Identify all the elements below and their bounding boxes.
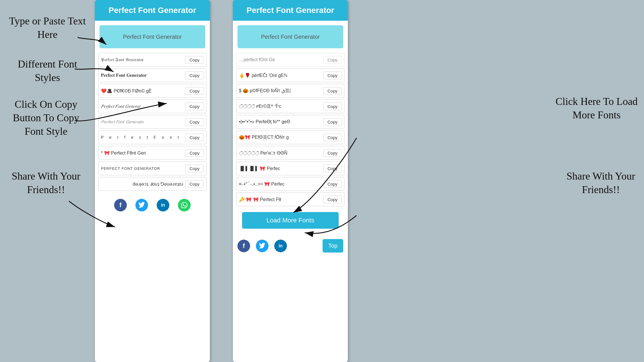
copy-button[interactable]: Copy	[185, 134, 204, 141]
copy-button[interactable]: Copy	[323, 87, 342, 95]
table-row: * 🎀 Perfect Fθnt Gen Copy	[98, 146, 206, 160]
left-panel-header: Perfect Font Generator	[95, 0, 210, 21]
table-row: 𝑃𝑒𝑟𝑓𝑒𝑐𝑡 𝐹𝑜𝑛𝑡 𝐺𝑒𝑛𝑒𝑟𝑎𝑡 Copy	[98, 99, 206, 113]
font-text: * 🎀 Perfect Fθnt Gen	[101, 150, 183, 156]
font-text: 𝐏𝐞𝐫𝐟𝐞𝐜𝐭 𝐅𝐨𝐧𝐭 𝐆𝐞𝐧𝐞𝐫𝐚𝐭𝐨𝐫	[101, 73, 183, 78]
annotation-type-paste: Type or Paste Text Here	[9, 14, 86, 41]
facebook-share-button[interactable]: f	[114, 199, 127, 211]
whatsapp-share-button[interactable]	[178, 199, 191, 211]
left-input-text: Perfect Font Generator	[123, 34, 182, 40]
table-row: ¤₋•°¯₋,•..>> 🎀 Perfec Copy	[236, 177, 344, 191]
left-panel-title: Perfect Font Generator	[99, 6, 205, 15]
left-share-bar: f in	[95, 193, 210, 214]
linkedin-share-button-right[interactable]: in	[274, 240, 287, 252]
copy-button[interactable]: Copy	[185, 72, 204, 79]
twitter-share-button[interactable]	[135, 199, 148, 211]
copy-button[interactable]: Copy	[323, 56, 342, 64]
facebook-share-button-right[interactable]: f	[237, 240, 250, 252]
linkedin-icon: in	[161, 203, 165, 208]
right-font-list: …pérfect fOnt Ge Copy 🖕🌹 pérfEČt 'Ont gE…	[233, 53, 348, 206]
left-phone-panel: Perfect Font Generator Perfect Font Gene…	[95, 0, 210, 362]
table-row: 🖕🌹 pérfEČt 'Ont gEℕ Copy	[236, 68, 344, 82]
font-text: 𝘗𝘦𝘳𝘧𝘦𝘤𝘵 𝘍𝘰𝘯𝘵 𝘎𝘦𝘯𝘦𝘳𝘢𝘵𝘰	[101, 119, 183, 124]
table-row: ❤️🎩 P€ff€©Ð FØn© gÈ Copy	[98, 84, 206, 98]
copy-button[interactable]: Copy	[185, 180, 204, 188]
font-text: P e r f e c t F o n t	[101, 135, 183, 140]
font-text: PERFECT FONT GENERATOR	[101, 166, 183, 171]
table-row: ◌̈◌̈◌̈◌̈ ᴘEr©亘ª 千c Copy	[236, 99, 344, 113]
copy-button[interactable]: Copy	[323, 149, 342, 157]
table-row: 🎃🎀 PEfΘ亘CT fÖNт g Copy	[236, 130, 344, 144]
font-text: $ 🎃 p©fFE©Ð foÑт ق亘|	[239, 88, 321, 94]
font-text: ◌̈◌̈◌̈◌̈ ᴘEr©亘ª 千c	[239, 103, 321, 109]
left-input-box[interactable]: Perfect Font Generator	[99, 25, 205, 48]
whatsapp-icon	[181, 202, 187, 208]
right-input-text: Perfect Font Generator	[261, 34, 320, 40]
table-row: 𝘗𝘦𝘳𝘧𝘦𝘤𝘵 𝘍𝘰𝘯𝘵 𝘎𝘦𝘯𝘦𝘳𝘢𝘵𝘰 Copy	[98, 115, 206, 129]
font-text: 🔑·🎀 🎀 Perfect Fθ	[239, 197, 321, 202]
annotation-share-right: Share With Your Friends!!	[561, 170, 641, 197]
font-text: ◌̈◌̈◌̈◌̈◌̈ Реr'е□т ΘΘÑ	[239, 150, 321, 156]
copy-button[interactable]: Copy	[323, 72, 342, 79]
table-row: P e r f e c t F o n t Copy	[98, 130, 206, 144]
copy-button[interactable]: Copy	[185, 56, 204, 64]
table-row: PERFECT FONT GENERATOR Copy	[98, 161, 206, 175]
copy-button[interactable]: Copy	[185, 149, 204, 157]
table-row: •|••°•°•» PerfеΘţ fo** geΘ Copy	[236, 115, 344, 129]
font-text: ¤₋•°¯₋,•..>> 🎀 Perfec	[239, 181, 321, 187]
font-text: ❤️🎩 P€ff€©Ð FØn© gÈ	[101, 88, 183, 94]
font-text: 🖕🌹 pérfEČt 'Ont gEℕ	[239, 73, 321, 78]
annotation-load-more: Click Here To Load More Fonts	[555, 95, 638, 122]
copy-button[interactable]: Copy	[185, 165, 204, 172]
copy-button[interactable]: Copy	[323, 180, 342, 188]
copy-button[interactable]: Copy	[185, 103, 204, 110]
copy-button[interactable]: Copy	[323, 165, 342, 172]
copy-button[interactable]: Copy	[323, 103, 342, 110]
table-row: ◌̈◌̈◌̈◌̈◌̈ Реr'е□т ΘΘÑ Copy	[236, 146, 344, 160]
font-text: 🎃🎀 PEfΘ亘CT fÖNт g	[239, 134, 321, 140]
table-row: $ 🎃 p©fFE©Ð foÑт ق亘| Copy	[236, 84, 344, 98]
facebook-icon: f	[119, 201, 121, 209]
copy-button[interactable]: Copy	[185, 118, 204, 126]
copy-button[interactable]: Copy	[323, 134, 342, 141]
twitter-share-button-right[interactable]	[256, 240, 269, 252]
font-text: 𝑃𝑒𝑟𝑓𝑒𝑐𝑡 𝐹𝑜𝑛𝑡 𝐺𝑒𝑛𝑒𝑟𝑎𝑡	[101, 104, 183, 109]
top-button[interactable]: Top	[323, 239, 343, 253]
annotation-click-copy: Click On Copy Button To Copy Font Style	[3, 98, 89, 138]
table-row: 𝐏𝐞𝐫𝐟𝐞𝐜𝐭 𝐅𝐨𝐧𝐭 𝐆𝐞𝐧𝐞𝐫𝐚𝐭𝐨𝐫 Copy	[98, 68, 206, 82]
table-row: …pérfect fOnt Ge Copy	[236, 53, 344, 67]
right-panel-header: Perfect Font Generator	[233, 0, 348, 21]
table-row: ɹoʇɐɹǝuǝ⅁ ʇuoℲ ʇɔǝɟɹǝd Copy	[98, 177, 206, 191]
right-input-box[interactable]: Perfect Font Generator	[237, 25, 343, 48]
copy-button[interactable]: Copy	[185, 87, 204, 95]
font-text: •|••°•°•» PerfеΘţ fo** geΘ	[239, 119, 321, 124]
table-row: ▐▌▌▐▌▌ 🎀 Perfec Copy	[236, 161, 344, 175]
linkedin-icon: in	[279, 243, 283, 249]
table-row: 🔑·🎀 🎀 Perfect Fθ Copy	[236, 192, 344, 206]
right-phone-panel: Perfect Font Generator Perfect Font Gene…	[233, 0, 348, 362]
twitter-icon	[259, 243, 265, 249]
facebook-icon: f	[243, 242, 245, 250]
font-text: ɹoʇɐɹǝuǝ⅁ ʇuoℲ ʇɔǝɟɹǝd	[101, 181, 183, 187]
annotation-share-left: Share With Your Friends!!	[9, 170, 83, 197]
right-share-bar: f in Top	[233, 234, 348, 255]
copy-button[interactable]: Copy	[323, 196, 342, 203]
copy-button[interactable]: Copy	[323, 118, 342, 126]
load-more-button[interactable]: Load More Fonts	[242, 212, 339, 229]
annotation-font-styles: Different Font Styles	[9, 57, 86, 84]
linkedin-share-button[interactable]: in	[157, 199, 169, 211]
table-row: 𝔓𝔢𝔯𝔣𝔢𝔠𝔱 𝔉𝔬𝔫𝔱 𝔊𝔢𝔫𝔢𝔯𝔞𝔱𝔬𝔯 Copy	[98, 53, 206, 67]
font-text: 𝔓𝔢𝔯𝔣𝔢𝔠𝔱 𝔉𝔬𝔫𝔱 𝔊𝔢𝔫𝔢𝔯𝔞𝔱𝔬𝔯	[101, 57, 183, 62]
twitter-icon	[139, 202, 145, 208]
font-text: …pérfect fOnt Ge	[239, 57, 321, 62]
font-text: ▐▌▌▐▌▌ 🎀 Perfec	[239, 166, 321, 171]
left-font-list: 𝔓𝔢𝔯𝔣𝔢𝔠𝔱 𝔉𝔬𝔫𝔱 𝔊𝔢𝔫𝔢𝔯𝔞𝔱𝔬𝔯 Copy 𝐏𝐞𝐫𝐟𝐞𝐜𝐭 𝐅𝐨𝐧𝐭…	[95, 53, 210, 191]
right-panel-title: Perfect Font Generator	[237, 6, 343, 15]
